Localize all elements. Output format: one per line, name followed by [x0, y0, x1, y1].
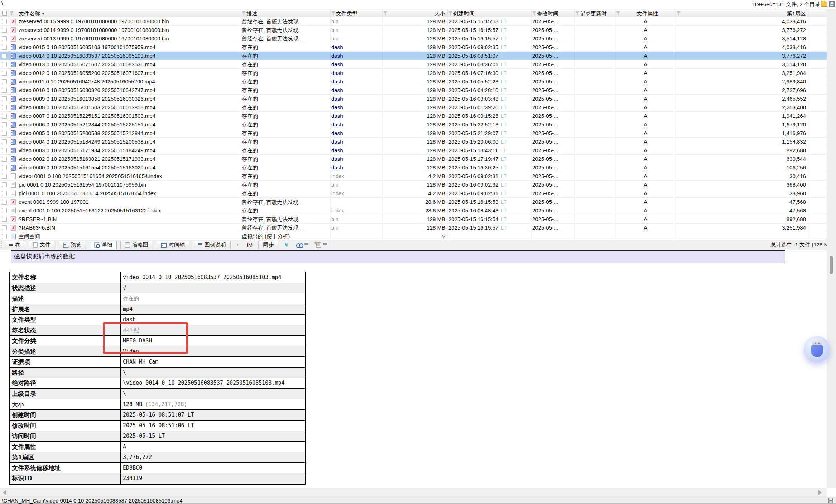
- scroll-left-arrow-icon[interactable]: [3, 490, 6, 495]
- row-checkbox[interactable]: [2, 131, 7, 136]
- row-checkbox[interactable]: [2, 45, 7, 50]
- row-checkbox[interactable]: [2, 191, 7, 196]
- row-checkbox[interactable]: [2, 122, 7, 127]
- row-checkbox[interactable]: [2, 96, 7, 101]
- table-row[interactable]: ?RESER~1.BIN 曾经存在, 首簇无法发现 bin 128 MB 202…: [0, 215, 827, 224]
- row-checkbox[interactable]: [2, 79, 7, 84]
- row-checkbox[interactable]: [2, 182, 7, 187]
- row-checkbox[interactable]: [2, 148, 7, 153]
- tab-thumbnails[interactable]: 缩略图: [120, 241, 153, 249]
- row-checkbox[interactable]: [2, 53, 7, 58]
- table-row[interactable]: zreserved 0015 9999 0 19700101080000 197…: [0, 17, 827, 26]
- table-row[interactable]: video 0014 0 10 20250516083537 202505160…: [0, 52, 827, 60]
- column-header-modified[interactable]: 修改时间: [532, 9, 575, 18]
- vertical-scrollbar[interactable]: [827, 9, 836, 488]
- filter-funnel-icon[interactable]: [383, 11, 387, 15]
- row-checkbox[interactable]: [2, 217, 7, 222]
- table-row[interactable]: video 0015 0 10 20250516085103 197001010…: [0, 43, 827, 52]
- column-header-filename[interactable]: 文件名称▼: [18, 9, 241, 18]
- table-row[interactable]: event 0001 9999 100 197001 曾经存在, 首簇无法发现 …: [0, 198, 827, 206]
- scroll-right-arrow-icon[interactable]: [818, 490, 822, 495]
- table-row[interactable]: video 0010 0 10 20250516030326 202505160…: [0, 86, 827, 95]
- file-attributes: A: [615, 34, 676, 43]
- horizontal-scrollbar[interactable]: [0, 488, 827, 497]
- row-checkbox[interactable]: [2, 157, 7, 162]
- row-checkbox[interactable]: [2, 114, 7, 119]
- filter-funnel-icon[interactable]: [616, 11, 620, 15]
- table-row[interactable]: video 0007 0 10 20250515225151 202505160…: [0, 112, 827, 120]
- row-checkbox[interactable]: [2, 139, 7, 144]
- table-row[interactable]: event 0001 0 100 20250515163122 20250515…: [0, 206, 827, 215]
- tab-sync[interactable]: 同步: [258, 241, 278, 249]
- table-row[interactable]: video 0006 0 10 20250515212844 202505152…: [0, 120, 827, 129]
- save-disk-icon[interactable]: [828, 498, 833, 503]
- header-filter-name[interactable]: [9, 9, 18, 18]
- column-header-first-sector[interactable]: 第1扇区: [676, 9, 808, 18]
- header-select-all[interactable]: [0, 9, 9, 18]
- row-checkbox[interactable]: [2, 234, 7, 239]
- wave-arrow-button[interactable]: ↯: [282, 241, 291, 249]
- column-header-created[interactable]: 创建时间: [448, 9, 532, 18]
- row-checkbox[interactable]: [2, 62, 7, 67]
- row-checkbox[interactable]: [2, 200, 7, 205]
- row-checkbox[interactable]: [2, 225, 7, 230]
- table-row[interactable]: video 0009 0 10 20250516013858 202505160…: [0, 95, 827, 103]
- select-all-checkbox[interactable]: [2, 11, 7, 16]
- table-row[interactable]: video 0005 0 10 20250515200538 202505152…: [0, 129, 827, 138]
- column-header-record-updated[interactable]: 记录更新时: [575, 9, 615, 18]
- row-checkbox[interactable]: [2, 88, 7, 93]
- table-row[interactable]: video 0003 0 10 20250515171934 202505151…: [0, 146, 827, 155]
- row-checkbox[interactable]: [2, 174, 7, 179]
- row-checkbox[interactable]: [2, 165, 7, 170]
- row-checkbox[interactable]: [2, 36, 7, 41]
- table-row[interactable]: video 0012 0 10 20250516055200 202505160…: [0, 69, 827, 77]
- row-checkbox[interactable]: [2, 28, 7, 33]
- table-row[interactable]: video 0000 0 10 20250515161554 202505151…: [0, 163, 827, 172]
- usb-drive-overlay-icon[interactable]: [804, 336, 830, 363]
- table-row[interactable]: zreserved 0013 9999 0 19700101080000 197…: [0, 34, 827, 43]
- row-checkbox[interactable]: [2, 105, 7, 110]
- column-header-description[interactable]: 描述: [241, 9, 331, 18]
- tab-legend[interactable]: 图例说明: [193, 241, 231, 249]
- filter-funnel-icon[interactable]: [532, 11, 536, 15]
- column-header-size[interactable]: 大小: [383, 9, 448, 18]
- find-button[interactable]: [294, 241, 311, 249]
- table-row[interactable]: video 0008 0 10 20250516001503 202505160…: [0, 103, 827, 112]
- table-row[interactable]: ?RAB63~6.BIN 曾经存在, 首簇无法发现 bin 128 MB 202…: [0, 224, 827, 232]
- expand-updown-button[interactable]: ↕: [234, 241, 241, 249]
- file-description: 存在的: [241, 155, 331, 163]
- table-row[interactable]: pici 0001 0 100 20250515161654 202505151…: [0, 189, 827, 198]
- filter-funnel-icon[interactable]: [677, 11, 681, 15]
- table-row[interactable]: video 0004 0 10 20250515184249 202505152…: [0, 138, 827, 146]
- table-row[interactable]: video 0002 0 10 20250515163021 202505151…: [0, 155, 827, 163]
- toolbar-grip[interactable]: [1, 241, 2, 249]
- tab-file[interactable]: 文件: [29, 241, 55, 249]
- filter-funnel-icon[interactable]: [331, 11, 335, 15]
- vertical-scrollbar-thumb[interactable]: [830, 256, 833, 274]
- file-description: 存在的: [241, 189, 331, 197]
- table-row[interactable]: videoi 0001 0 100 20250515161654 2025051…: [0, 172, 827, 181]
- table-row[interactable]: video 0011 0 10 20250516042748 202505160…: [0, 77, 827, 86]
- row-checkbox-cell: [0, 95, 9, 103]
- file-description: 存在的: [241, 129, 331, 137]
- table-row[interactable]: video 0013 0 10 20250516071607 202505160…: [0, 60, 827, 69]
- filter-funnel-icon[interactable]: [242, 11, 246, 15]
- filter-funnel-icon[interactable]: [10, 11, 14, 15]
- row-checkbox[interactable]: [2, 208, 7, 213]
- table-row[interactable]: zreserved 0014 9999 0 19700101080000 197…: [0, 26, 827, 34]
- tab-volume[interactable]: 卷: [4, 241, 25, 249]
- tab-detail[interactable]: 详细: [90, 241, 117, 249]
- log-button[interactable]: [314, 241, 329, 249]
- filter-funnel-icon[interactable]: [575, 11, 579, 15]
- tab-preview[interactable]: 预览: [59, 241, 86, 249]
- tab-im[interactable]: IM: [245, 241, 255, 249]
- tab-timeline[interactable]: 时间轴: [157, 241, 189, 249]
- row-checkbox[interactable]: [2, 71, 7, 76]
- filter-funnel-icon[interactable]: [448, 11, 452, 15]
- row-checkbox[interactable]: [2, 19, 7, 24]
- column-header-attributes[interactable]: 文件属性: [615, 9, 676, 18]
- table-row[interactable]: pic 0001 0 10 20250515161554 19700101075…: [0, 181, 827, 189]
- column-header-filetype[interactable]: 文件类型: [331, 9, 383, 18]
- filter-banner-input[interactable]: 磁盘快照后出现的数据: [11, 250, 785, 263]
- path-bar: \ 119+6+6=131 文件, 2 个目录: [0, 0, 836, 9]
